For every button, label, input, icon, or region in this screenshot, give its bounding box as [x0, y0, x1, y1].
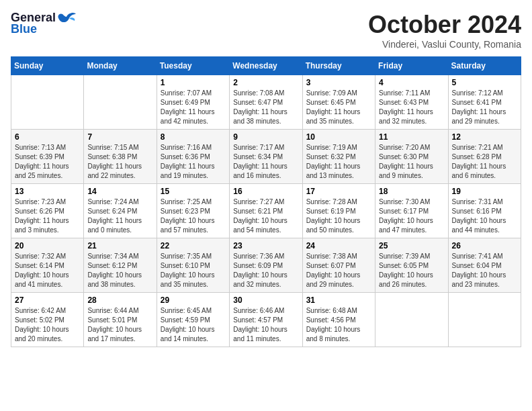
- day-number: 10: [306, 132, 371, 142]
- calendar-header-row: Sunday Monday Tuesday Wednesday Thursday…: [11, 57, 521, 75]
- day-info: Sunrise: 7:31 AM Sunset: 6:16 PM Dayligh…: [452, 197, 517, 235]
- calendar-cell-w2-d4: 9Sunrise: 7:17 AM Sunset: 6:34 PM Daylig…: [230, 130, 302, 184]
- day-number: 22: [161, 241, 226, 250]
- day-info: Sunrise: 7:17 AM Sunset: 6:34 PM Dayligh…: [233, 143, 298, 181]
- calendar-cell-w4-d5: 24Sunrise: 7:38 AM Sunset: 6:07 PM Dayli…: [302, 238, 375, 293]
- calendar-cell-w3-d4: 16Sunrise: 7:27 AM Sunset: 6:21 PM Dayli…: [230, 184, 302, 238]
- day-number: 30: [233, 295, 298, 305]
- day-info: Sunrise: 7:21 AM Sunset: 6:28 PM Dayligh…: [452, 143, 517, 181]
- calendar-week-5: 27Sunrise: 6:42 AM Sunset: 5:02 PM Dayli…: [11, 293, 521, 347]
- calendar-week-2: 6Sunrise: 7:13 AM Sunset: 6:39 PM Daylig…: [11, 130, 521, 184]
- calendar-cell-w3-d1: 13Sunrise: 7:23 AM Sunset: 6:26 PM Dayli…: [11, 184, 84, 238]
- day-info: Sunrise: 7:08 AM Sunset: 6:47 PM Dayligh…: [233, 89, 298, 126]
- title-block: October 2024 Vinderei, Vaslui County, Ro…: [368, 11, 521, 50]
- calendar-cell-w5-d3: 29Sunrise: 6:45 AM Sunset: 4:59 PM Dayli…: [157, 293, 229, 347]
- header-thursday: Thursday: [302, 57, 375, 75]
- calendar-cell-w3-d5: 17Sunrise: 7:28 AM Sunset: 6:19 PM Dayli…: [302, 184, 375, 238]
- header-sunday: Sunday: [11, 57, 84, 75]
- day-number: 31: [306, 295, 371, 305]
- day-info: Sunrise: 7:25 AM Sunset: 6:23 PM Dayligh…: [161, 197, 226, 235]
- day-number: 28: [87, 295, 152, 305]
- logo-bird-icon: [57, 11, 76, 25]
- calendar-cell-w4-d7: 26Sunrise: 7:41 AM Sunset: 6:04 PM Dayli…: [448, 238, 521, 293]
- header-saturday: Saturday: [448, 57, 521, 75]
- day-number: 6: [15, 132, 80, 142]
- day-info: Sunrise: 7:20 AM Sunset: 6:30 PM Dayligh…: [379, 143, 444, 181]
- day-number: 11: [379, 132, 444, 142]
- day-info: Sunrise: 7:16 AM Sunset: 6:36 PM Dayligh…: [161, 143, 226, 181]
- day-info: Sunrise: 7:12 AM Sunset: 6:41 PM Dayligh…: [452, 89, 517, 126]
- calendar-cell-w4-d4: 23Sunrise: 7:36 AM Sunset: 6:09 PM Dayli…: [230, 238, 302, 293]
- calendar-cell-w3-d2: 14Sunrise: 7:24 AM Sunset: 6:24 PM Dayli…: [84, 184, 157, 238]
- calendar-cell-w1-d6: 4Sunrise: 7:11 AM Sunset: 6:43 PM Daylig…: [375, 75, 448, 130]
- calendar-cell-w4-d6: 25Sunrise: 7:39 AM Sunset: 6:05 PM Dayli…: [375, 238, 448, 293]
- day-info: Sunrise: 7:09 AM Sunset: 6:45 PM Dayligh…: [306, 89, 371, 126]
- logo-blue-text: Blue: [11, 22, 37, 36]
- day-number: 24: [306, 241, 371, 250]
- day-info: Sunrise: 7:39 AM Sunset: 6:05 PM Dayligh…: [379, 252, 444, 289]
- day-number: 8: [161, 132, 226, 142]
- calendar-cell-w5-d4: 30Sunrise: 6:46 AM Sunset: 4:57 PM Dayli…: [230, 293, 302, 347]
- header-wednesday: Wednesday: [230, 57, 302, 75]
- calendar-cell-w5-d6: [375, 293, 448, 347]
- day-info: Sunrise: 7:32 AM Sunset: 6:14 PM Dayligh…: [15, 252, 80, 289]
- day-number: 20: [15, 241, 80, 250]
- calendar-table: Sunday Monday Tuesday Wednesday Thursday…: [11, 56, 521, 347]
- page-header: General Blue October 2024 Vinderei, Vasl…: [11, 11, 521, 50]
- day-number: 7: [87, 132, 152, 142]
- day-number: 14: [87, 187, 152, 196]
- day-info: Sunrise: 7:28 AM Sunset: 6:19 PM Dayligh…: [306, 197, 371, 235]
- calendar-cell-w2-d1: 6Sunrise: 7:13 AM Sunset: 6:39 PM Daylig…: [11, 130, 84, 184]
- day-info: Sunrise: 7:36 AM Sunset: 6:09 PM Dayligh…: [233, 252, 298, 289]
- calendar-cell-w1-d7: 5Sunrise: 7:12 AM Sunset: 6:41 PM Daylig…: [448, 75, 521, 130]
- calendar-cell-w2-d5: 10Sunrise: 7:19 AM Sunset: 6:32 PM Dayli…: [302, 130, 375, 184]
- calendar-cell-w2-d2: 7Sunrise: 7:15 AM Sunset: 6:38 PM Daylig…: [84, 130, 157, 184]
- calendar-cell-w1-d4: 2Sunrise: 7:08 AM Sunset: 6:47 PM Daylig…: [230, 75, 302, 130]
- day-info: Sunrise: 7:24 AM Sunset: 6:24 PM Dayligh…: [87, 197, 152, 235]
- day-number: 4: [379, 78, 444, 87]
- header-friday: Friday: [375, 57, 448, 75]
- day-info: Sunrise: 7:27 AM Sunset: 6:21 PM Dayligh…: [233, 197, 298, 235]
- calendar-cell-w1-d5: 3Sunrise: 7:09 AM Sunset: 6:45 PM Daylig…: [302, 75, 375, 130]
- calendar-cell-w3-d6: 18Sunrise: 7:30 AM Sunset: 6:17 PM Dayli…: [375, 184, 448, 238]
- day-number: 17: [306, 187, 371, 196]
- day-number: 29: [161, 295, 226, 305]
- day-number: 13: [15, 187, 80, 196]
- day-info: Sunrise: 7:23 AM Sunset: 6:26 PM Dayligh…: [15, 197, 80, 235]
- day-info: Sunrise: 6:44 AM Sunset: 5:01 PM Dayligh…: [87, 306, 152, 344]
- calendar-cell-w1-d1: [11, 75, 84, 130]
- day-number: 27: [15, 295, 80, 305]
- day-number: 12: [452, 132, 517, 142]
- calendar-cell-w1-d3: 1Sunrise: 7:07 AM Sunset: 6:49 PM Daylig…: [157, 75, 229, 130]
- calendar-cell-w2-d6: 11Sunrise: 7:20 AM Sunset: 6:30 PM Dayli…: [375, 130, 448, 184]
- calendar-cell-w1-d2: [84, 75, 157, 130]
- logo: General Blue: [11, 11, 76, 36]
- day-number: 5: [452, 78, 517, 87]
- day-info: Sunrise: 7:19 AM Sunset: 6:32 PM Dayligh…: [306, 143, 371, 181]
- day-info: Sunrise: 6:42 AM Sunset: 5:02 PM Dayligh…: [15, 306, 80, 344]
- day-info: Sunrise: 7:07 AM Sunset: 6:49 PM Dayligh…: [161, 89, 226, 126]
- day-number: 2: [233, 78, 298, 87]
- day-number: 23: [233, 241, 298, 250]
- calendar-cell-w3-d3: 15Sunrise: 7:25 AM Sunset: 6:23 PM Dayli…: [157, 184, 229, 238]
- calendar-week-1: 1Sunrise: 7:07 AM Sunset: 6:49 PM Daylig…: [11, 75, 521, 130]
- day-number: 9: [233, 132, 298, 142]
- calendar-cell-w4-d2: 21Sunrise: 7:34 AM Sunset: 6:12 PM Dayli…: [84, 238, 157, 293]
- day-number: 1: [161, 78, 226, 87]
- day-number: 25: [379, 241, 444, 250]
- day-info: Sunrise: 7:41 AM Sunset: 6:04 PM Dayligh…: [452, 252, 517, 289]
- day-info: Sunrise: 7:11 AM Sunset: 6:43 PM Dayligh…: [379, 89, 444, 126]
- day-info: Sunrise: 7:38 AM Sunset: 6:07 PM Dayligh…: [306, 252, 371, 289]
- day-info: Sunrise: 6:48 AM Sunset: 4:56 PM Dayligh…: [306, 306, 371, 344]
- day-number: 18: [379, 187, 444, 196]
- day-info: Sunrise: 7:34 AM Sunset: 6:12 PM Dayligh…: [87, 252, 152, 289]
- calendar-cell-w4-d3: 22Sunrise: 7:35 AM Sunset: 6:10 PM Dayli…: [157, 238, 229, 293]
- month-title: October 2024: [368, 11, 521, 39]
- day-number: 16: [233, 187, 298, 196]
- day-info: Sunrise: 7:15 AM Sunset: 6:38 PM Dayligh…: [87, 143, 152, 181]
- calendar-cell-w5-d2: 28Sunrise: 6:44 AM Sunset: 5:01 PM Dayli…: [84, 293, 157, 347]
- calendar-week-4: 20Sunrise: 7:32 AM Sunset: 6:14 PM Dayli…: [11, 238, 521, 293]
- header-monday: Monday: [84, 57, 157, 75]
- calendar-cell-w5-d7: [448, 293, 521, 347]
- calendar-cell-w2-d3: 8Sunrise: 7:16 AM Sunset: 6:36 PM Daylig…: [157, 130, 229, 184]
